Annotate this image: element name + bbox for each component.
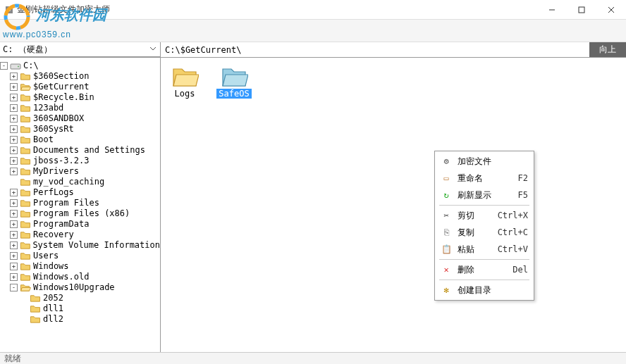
expand-icon[interactable]: + (10, 94, 18, 101)
tree-item-label: Windows (33, 261, 69, 272)
file-panel[interactable]: LogsSafeOS⚙加密文件▭重命名F2↻刷新显示F5✂剪切Ctrl+X⎘复制… (161, 58, 626, 352)
tree-item-label: dll1 (43, 303, 63, 314)
file-item[interactable]: SafeOS (216, 63, 252, 99)
expand-icon[interactable]: + (10, 220, 18, 228)
expand-icon[interactable]: + (10, 115, 18, 123)
folder-closed-icon (20, 93, 31, 102)
tree-item[interactable]: +jboss-3.2.3 (10, 156, 160, 166)
folder-tree[interactable]: - C:\ +$360Section+$GetCurrent+$Recycle.… (0, 58, 161, 352)
cut-icon: ✂ (441, 210, 452, 221)
tree-item[interactable]: +PerfLogs (10, 187, 160, 198)
expand-icon[interactable]: + (10, 136, 18, 144)
menu-item-cut[interactable]: ✂剪切Ctrl+X (436, 207, 532, 224)
tree-item-label: Recovery (33, 230, 74, 240)
tree-item[interactable]: +Boot (10, 134, 160, 145)
expand-icon[interactable]: + (10, 263, 18, 270)
rename-icon: ▭ (441, 172, 452, 184)
maximize-button[interactable] (567, 0, 596, 20)
drive-combo[interactable]: C: （硬盘） (0, 42, 161, 57)
expand-icon[interactable]: + (10, 189, 18, 196)
file-label: SafeOS (216, 89, 251, 99)
collapse-icon[interactable]: - (10, 284, 18, 291)
expand-icon[interactable]: + (10, 146, 18, 154)
tree-item[interactable]: dll2 (20, 314, 160, 325)
menu-item-paste[interactable]: 📋粘贴Ctrl+V (436, 241, 532, 258)
tree-item[interactable]: +System Volume Information (10, 240, 160, 251)
collapse-icon[interactable]: - (0, 62, 8, 70)
tree-item[interactable]: +Users (10, 251, 160, 261)
menu-shortcut: Ctrl+C (498, 227, 528, 237)
path-input[interactable] (161, 42, 589, 57)
menu-item-refresh[interactable]: ↻刷新显示F5 (436, 187, 532, 203)
tree-item[interactable]: +360SANDBOX (10, 113, 160, 124)
window-title: 金刚钻超级文件加密大师 (17, 4, 537, 15)
expand-icon[interactable]: + (10, 168, 18, 175)
tree-item[interactable]: +360SysRt (10, 124, 160, 134)
menu-label: 删除 (458, 264, 507, 276)
folder-icon (220, 63, 248, 87)
tree-item[interactable]: +$360Section (10, 71, 160, 82)
tree-item-label: dll2 (43, 314, 63, 325)
tree-item-label: $Recycle.Bin (33, 92, 94, 103)
up-button[interactable]: 向上 (589, 42, 626, 57)
svg-rect-7 (579, 7, 584, 13)
menu-label: 粘贴 (458, 244, 492, 256)
drive-icon (10, 61, 21, 71)
tree-item[interactable]: +ProgramData (10, 219, 160, 230)
expand-icon[interactable]: + (10, 252, 18, 260)
tree-item[interactable]: dll1 (20, 303, 160, 314)
tree-item[interactable]: +Recovery (10, 230, 160, 240)
tree-item-label: ProgramData (33, 219, 89, 230)
tree-root[interactable]: - C:\ (0, 61, 160, 71)
delete-icon: ✕ (441, 264, 452, 275)
tree-item[interactable]: +123abd (10, 103, 160, 113)
menu-shortcut: Ctrl+X (498, 211, 528, 220)
menu-item-delete[interactable]: ✕删除Del (436, 261, 532, 278)
tree-item-label: $GetCurrent (33, 82, 89, 92)
menu-item-gears[interactable]: ⚙加密文件 (436, 153, 532, 170)
folder-closed-icon (20, 188, 31, 197)
tree-item[interactable]: my_vod_caching (10, 177, 160, 187)
expand-icon[interactable]: + (10, 125, 18, 133)
tree-item[interactable]: +$Recycle.Bin (10, 92, 160, 103)
tree-item-label: Windows.old (33, 272, 89, 282)
tree-item[interactable]: -Windows10Upgrade (10, 282, 160, 293)
menu-item-rename[interactable]: ▭重命名F2 (436, 170, 532, 187)
folder-closed-icon (20, 230, 31, 239)
statusbar: 就绪 (0, 352, 626, 364)
menu-item-copy[interactable]: ⎘复制Ctrl+C (436, 224, 532, 241)
menu-label: 重命名 (458, 172, 513, 184)
tree-item[interactable]: +Windows (10, 261, 160, 272)
expand-icon[interactable]: + (10, 241, 18, 249)
expand-icon[interactable]: + (10, 210, 18, 218)
tree-item-label: my_vod_caching (33, 177, 104, 187)
tree-item-label: Program Files (x86) (33, 208, 130, 219)
file-label: Logs (173, 89, 197, 99)
expand-icon[interactable]: + (10, 231, 18, 239)
context-menu: ⚙加密文件▭重命名F2↻刷新显示F5✂剪切Ctrl+X⎘复制Ctrl+C📋粘贴C… (434, 151, 534, 301)
expand-icon[interactable]: + (10, 73, 18, 80)
minimize-button[interactable] (537, 0, 567, 20)
folder-closed-icon (30, 315, 41, 324)
expand-icon[interactable]: + (10, 104, 18, 112)
expand-icon[interactable]: + (10, 83, 18, 91)
tree-item[interactable]: +Windows.old (10, 272, 160, 282)
menu-item-newfolder[interactable]: ✻创建目录 (436, 282, 532, 299)
tree-item[interactable]: +Program Files (10, 198, 160, 208)
menu-label: 刷新显示 (458, 189, 513, 201)
expand-icon[interactable]: + (10, 199, 18, 207)
tree-item-label: 2052 (43, 293, 63, 303)
tree-item[interactable]: +$GetCurrent (10, 82, 160, 92)
tree-item[interactable]: +MyDrivers (10, 166, 160, 177)
menu-label: 复制 (458, 227, 492, 239)
close-button[interactable] (596, 0, 626, 20)
expand-icon[interactable]: + (10, 157, 18, 165)
tree-item-label: jboss-3.2.3 (33, 156, 89, 166)
tree-item[interactable]: +Documents and Settings (10, 145, 160, 156)
tree-item[interactable]: +Program Files (x86) (10, 208, 160, 219)
tree-item[interactable]: 2052 (20, 293, 160, 303)
expand-icon[interactable]: + (10, 273, 18, 281)
paste-icon: 📋 (441, 244, 452, 255)
file-item[interactable]: Logs (166, 63, 203, 99)
folder-icon (171, 63, 199, 87)
